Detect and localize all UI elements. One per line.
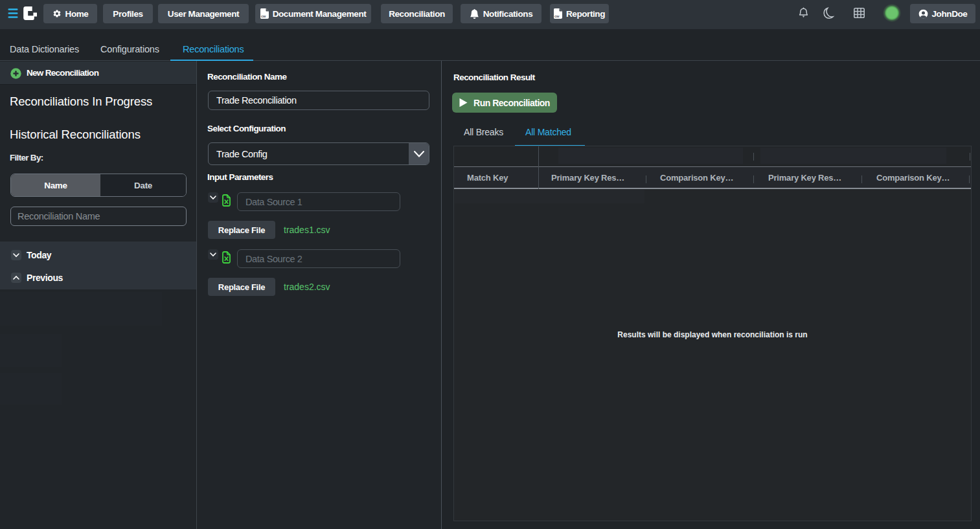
svg-text:csv: csv — [261, 14, 266, 18]
svg-text:csv: csv — [554, 14, 560, 18]
